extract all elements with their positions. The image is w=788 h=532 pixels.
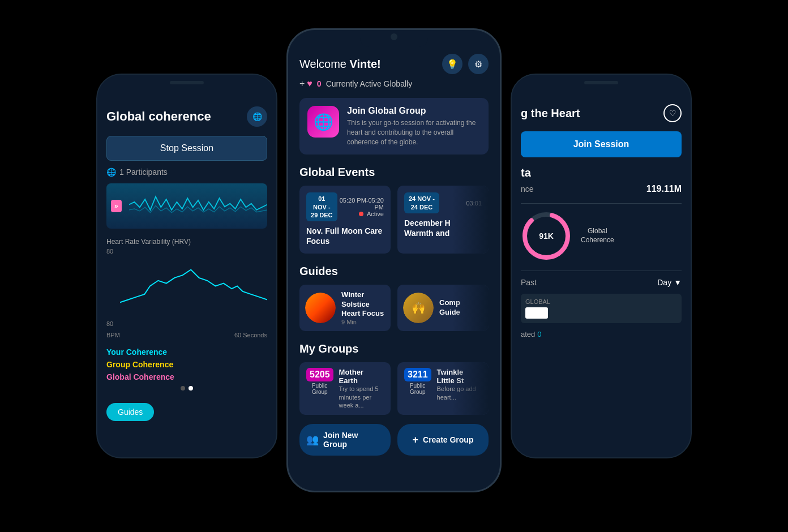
event-time-value-2: 03:01	[466, 200, 482, 207]
guides-button[interactable]: Guides	[106, 403, 154, 421]
group-badge-col-2: 3211 PublicGroup	[404, 368, 431, 395]
join-new-group-button[interactable]: 👥 Join New Group	[299, 424, 391, 456]
event-date-row-2: 24 NOV - 24 DEC 03:01	[404, 192, 482, 213]
day-dropdown[interactable]: Day ▼	[657, 278, 682, 287]
group-desc-2: Before go add heart...	[437, 385, 482, 401]
active-count: 0	[317, 79, 322, 88]
chevron-button[interactable]: »	[111, 200, 122, 212]
group-info-2: Twinkle Little St Before go add heart...	[437, 368, 482, 401]
sunset-image	[305, 293, 336, 323]
event-card-1[interactable]: 01 NOV - 29 DEC 05:20 PM-05:20 PM Active…	[299, 186, 391, 253]
join-group-title: Join Global Group	[347, 106, 481, 116]
event-title-2: December H Warmth and	[404, 218, 482, 238]
hrv-chart: 80 80 BPM 60 Seconds	[106, 248, 267, 338]
stop-session-button[interactable]: Stop Session	[106, 136, 267, 161]
coherence-count: 0	[537, 330, 541, 338]
day-label: Day	[657, 278, 671, 287]
join-group-text: Join Global Group This is your go-to ses…	[347, 106, 481, 147]
group-name-2: Twinkle Little St	[437, 368, 482, 385]
global-events-title: Global Events	[299, 166, 489, 179]
event-date-start-1: 01 NOV -	[311, 195, 333, 211]
guides-title: Guides	[299, 265, 489, 278]
coherence-ring: 91K	[521, 211, 572, 261]
group-card-1[interactable]: 5205 PublicGroup Mother Earth Try to spe…	[299, 362, 391, 415]
ring-value: 91K	[539, 231, 554, 241]
global-bar	[525, 307, 548, 319]
data-title: ta	[521, 166, 682, 179]
join-group-description: This is your go-to session for activatin…	[347, 118, 481, 147]
stat-row: nce 119.11M	[521, 184, 682, 194]
welcome-name: Vinte!	[350, 58, 381, 70]
event-date-badge-2: 24 NOV - 24 DEC	[404, 192, 439, 213]
hrv-bpm: BPM	[106, 332, 120, 338]
guide-info-2: Comp Guide	[439, 298, 483, 318]
center-phone: Welcome Vinte! 💡 ⚙ + ♥ 0 Currently Activ…	[286, 28, 502, 492]
participants-count: 1 Participants	[119, 168, 168, 177]
right-phone: g the Heart ♡ Join Session ta nce 119.11…	[511, 74, 692, 458]
coherence-labels: Your Coherence Group Coherence Global Co…	[106, 347, 267, 381]
plus-create-icon: +	[413, 434, 419, 446]
lightbulb-icon: 💡	[447, 59, 458, 70]
right-header: g the Heart ♡	[521, 104, 682, 122]
divider-2	[521, 271, 682, 271]
welcome-prefix: Welcome	[299, 58, 346, 70]
settings-button[interactable]: ⚙	[468, 54, 489, 74]
group-number-1: 5205	[306, 368, 333, 381]
join-group-card[interactable]: 🌐 Join Global Group This is your go-to s…	[299, 98, 489, 155]
event-date-badge-1: 01 NOV - 29 DEC	[306, 192, 337, 221]
groups-row: 5205 PublicGroup Mother Earth Try to spe…	[299, 362, 489, 415]
your-coherence-label: Your Coherence	[106, 347, 267, 357]
phone-notch	[360, 33, 428, 47]
group-info-1: Mother Earth Try to spend 5 minutes per …	[339, 368, 384, 409]
guide-thumbnail-2: 🙌	[403, 293, 434, 323]
global-bar-area: GLOBAL	[521, 294, 682, 323]
event-date-row-1: 01 NOV - 29 DEC 05:20 PM-05:20 PM Active	[306, 192, 384, 221]
group-card-2[interactable]: 3211 PublicGroup Twinkle Little St Befor…	[397, 362, 489, 415]
past-label: Past	[521, 278, 537, 287]
coherence-count-prefix: ated	[521, 330, 535, 338]
event-title-1: Nov. Full Moon Care Focus	[306, 226, 384, 246]
group-desc-1: Try to spend 5 minutes per week a...	[339, 385, 384, 409]
guide-thumbnail-1	[305, 293, 336, 323]
join-session-button[interactable]: Join Session	[521, 131, 682, 157]
guide-card-2[interactable]: 🙌 Comp Guide	[397, 285, 489, 332]
group-coherence-label: Group Coherence	[106, 360, 267, 369]
event-time-2: 03:01	[466, 200, 482, 207]
ring-caption-line1: Global	[581, 227, 614, 236]
event-time-1: 05:20 PM-05:20 PM Active	[337, 197, 384, 217]
plus-icon: +	[299, 79, 305, 89]
active-label: Currently Active Globally	[326, 79, 413, 88]
event-date-end-1: 29 DEC	[311, 211, 333, 219]
right-title: g the Heart	[521, 107, 580, 120]
join-new-group-label: Join New Group	[323, 431, 384, 449]
guides-row: Winter Solstice Heart Focus 9 Min 🙌 Comp…	[299, 285, 489, 332]
waveform-area: »	[106, 183, 267, 229]
left-camera-icon: 🌐	[247, 106, 267, 127]
event-date-start-2: 24 NOV -	[409, 195, 435, 203]
ring-caption-line2: Coherence	[581, 236, 614, 245]
left-title: Global coherence	[106, 109, 211, 124]
guide-card-1[interactable]: Winter Solstice Heart Focus 9 Min	[299, 285, 391, 332]
ring-caption: Global Coherence	[581, 227, 614, 244]
welcome-text: Welcome Vinte!	[299, 58, 381, 71]
lightbulb-button[interactable]: 💡	[442, 54, 462, 74]
stat-value: 119.11M	[646, 184, 682, 194]
group-badge-col-1: 5205 PublicGroup	[306, 368, 333, 395]
my-groups-title: My Groups	[299, 342, 489, 355]
center-header: Welcome Vinte! 💡 ⚙	[299, 47, 489, 79]
globe-icon: 🌐	[106, 168, 116, 177]
past-section: Past Day ▼	[521, 278, 682, 287]
event-card-2[interactable]: 24 NOV - 24 DEC 03:01 December H Warmth …	[397, 186, 489, 253]
guide-name-2: Comp Guide	[439, 298, 483, 318]
heart-icon: ♥	[307, 79, 312, 89]
left-phone: Global coherence 🌐 Stop Session 🌐 1 Part…	[96, 74, 277, 458]
hrv-label: Heart Rate Variability (HRV)	[106, 238, 267, 246]
group-name-1: Mother Earth	[339, 368, 384, 385]
left-screen-header: Global coherence 🌐	[106, 106, 267, 127]
stat-label: nce	[521, 185, 534, 194]
global-bar-label: GLOBAL	[525, 298, 677, 305]
heart-outline-icon[interactable]: ♡	[663, 104, 682, 122]
create-group-button[interactable]: + Create Group	[397, 424, 489, 456]
participants-row: 🌐 1 Participants	[106, 168, 267, 177]
event-status-1: Active	[337, 211, 384, 217]
